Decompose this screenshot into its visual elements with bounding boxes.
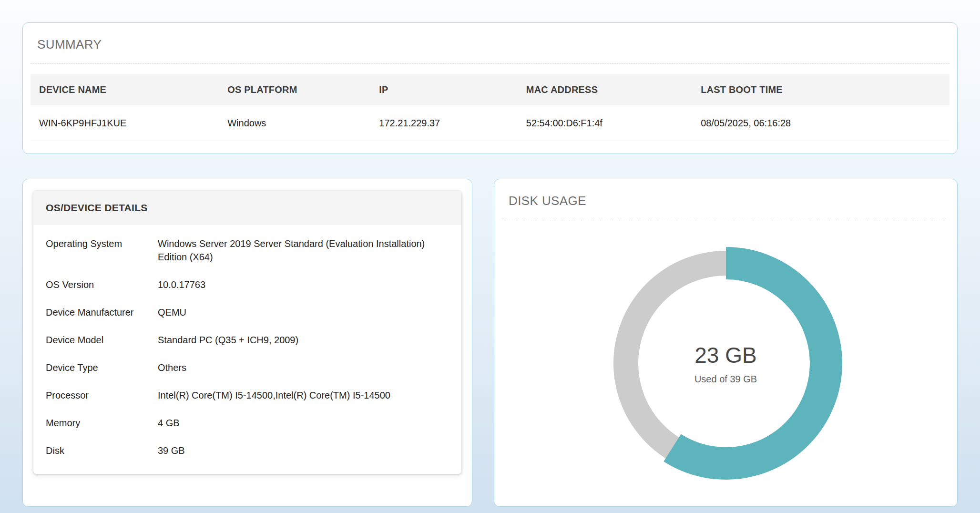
detail-label: OS Version xyxy=(46,278,143,291)
column-header-ip: IP xyxy=(370,74,517,105)
device-overview-page: SUMMARY DEVICE NAME OS PLATFORM IP MAC A… xyxy=(0,0,980,513)
disk-usage-donut-svg xyxy=(607,244,845,482)
disk-usage-card: DISK USAGE 23 GB Used of 39 GB xyxy=(494,179,958,507)
column-header-device-name: DEVICE NAME xyxy=(31,74,219,105)
detail-label: Operating System xyxy=(46,237,143,250)
summary-table-wrap: DEVICE NAME OS PLATFORM IP MAC ADDRESS L… xyxy=(23,64,957,154)
disk-usage-chart-area: 23 GB Used of 39 GB xyxy=(494,220,957,506)
os-device-details-panel: OS/DEVICE DETAILS Operating System Windo… xyxy=(33,191,461,474)
detail-value: Windows Server 2019 Server Standard (Eva… xyxy=(158,237,449,264)
column-header-os-platform: OS PLATFORM xyxy=(219,74,370,105)
table-row: WIN-6KP9HFJ1KUE Windows 172.21.229.37 52… xyxy=(31,105,949,141)
os-device-details-card: OS/DEVICE DETAILS Operating System Windo… xyxy=(22,179,472,507)
bottom-row: OS/DEVICE DETAILS Operating System Windo… xyxy=(22,179,958,507)
detail-row: Device Type Others xyxy=(46,354,449,381)
summary-table: DEVICE NAME OS PLATFORM IP MAC ADDRESS L… xyxy=(31,74,949,141)
ip-cell: 172.21.229.37 xyxy=(370,105,517,141)
detail-row: Operating System Windows Server 2019 Ser… xyxy=(46,230,449,271)
detail-label: Processor xyxy=(46,389,143,402)
detail-row: Disk 39 GB xyxy=(46,437,449,464)
detail-label: Memory xyxy=(46,416,143,430)
detail-row: Memory 4 GB xyxy=(46,409,449,437)
os-device-details-title: OS/DEVICE DETAILS xyxy=(33,191,461,225)
detail-value: Others xyxy=(158,361,186,374)
detail-label: Disk xyxy=(46,444,143,457)
detail-value: 10.0.17763 xyxy=(158,278,205,291)
detail-value: QEMU xyxy=(158,306,186,319)
detail-row: Device Manufacturer QEMU xyxy=(46,298,449,326)
disk-usage-title: DISK USAGE xyxy=(494,179,957,220)
device-name-cell: WIN-6KP9HFJ1KUE xyxy=(31,105,219,141)
summary-header-row: DEVICE NAME OS PLATFORM IP MAC ADDRESS L… xyxy=(31,74,949,105)
detail-row: Processor Intel(R) Core(TM) I5-14500,Int… xyxy=(46,381,449,409)
os-platform-cell: Windows xyxy=(219,105,370,141)
mac-address-cell: 52:54:00:D6:F1:4f xyxy=(518,105,692,141)
column-header-last-boot-time: LAST BOOT TIME xyxy=(692,74,949,105)
detail-value: Intel(R) Core(TM) I5-14500,Intel(R) Core… xyxy=(158,389,390,402)
detail-row: Device Model Standard PC (Q35 + ICH9, 20… xyxy=(46,326,449,354)
detail-row: OS Version 10.0.17763 xyxy=(46,271,449,298)
details-rows: Operating System Windows Server 2019 Ser… xyxy=(33,225,461,474)
summary-card: SUMMARY DEVICE NAME OS PLATFORM IP MAC A… xyxy=(22,22,958,154)
summary-title: SUMMARY xyxy=(23,23,957,63)
detail-value: 4 GB xyxy=(158,416,180,430)
detail-label: Device Type xyxy=(46,361,143,374)
detail-value: 39 GB xyxy=(158,444,185,457)
column-header-mac-address: MAC ADDRESS xyxy=(518,74,692,105)
disk-usage-donut: 23 GB Used of 39 GB xyxy=(607,244,845,482)
detail-label: Device Manufacturer xyxy=(46,306,143,319)
detail-label: Device Model xyxy=(46,333,143,347)
detail-value: Standard PC (Q35 + ICH9, 2009) xyxy=(158,333,298,347)
last-boot-time-cell: 08/05/2025, 06:16:28 xyxy=(692,105,949,141)
